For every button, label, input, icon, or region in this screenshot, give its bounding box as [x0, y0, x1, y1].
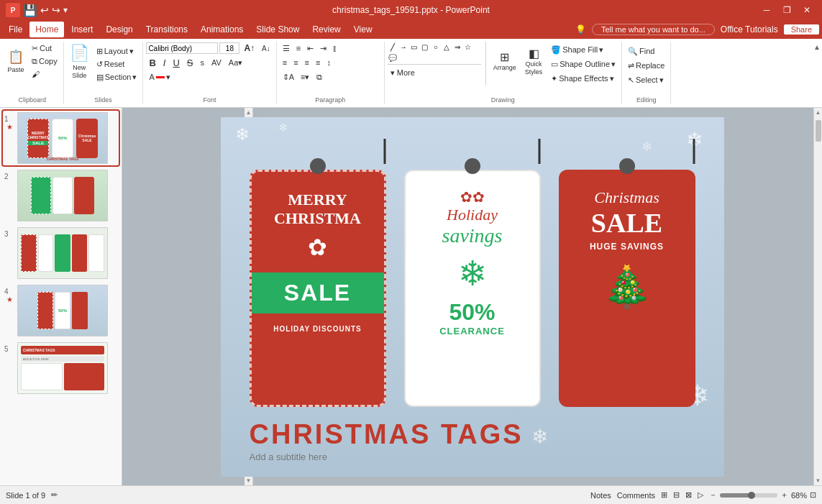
tag-2[interactable]: ✿✿ Holiday savings ❄ 50% CLEARANCE — [404, 139, 541, 407]
strikethrough-button[interactable]: S — [184, 56, 196, 69]
quick-styles-button[interactable]: ◧ QuickStyles — [522, 43, 546, 79]
oval-shape[interactable]: ○ — [431, 42, 441, 52]
cut-button[interactable]: ✂ Cut — [29, 42, 60, 55]
menu-slideshow[interactable]: Slide Show — [250, 22, 305, 37]
zoom-slider[interactable] — [720, 493, 777, 498]
slide-thumb-1[interactable]: 1 ★ MERRY CHRISTMAS SALE 50% Christmas S… — [3, 111, 119, 165]
find-button[interactable]: 🔍 Find — [625, 45, 657, 58]
customize-icon[interactable]: ▾ — [63, 5, 68, 15]
columns-button[interactable]: ⫿ — [330, 42, 340, 55]
replace-button[interactable]: ⇌ Replace — [625, 59, 667, 72]
zoom-out-icon[interactable]: － — [709, 490, 717, 500]
view-normal-icon[interactable]: ⊞ — [661, 490, 667, 500]
tag-1[interactable]: MERRY CHRISTMA ✿ SALE HOLIDAY DISCOUNTS — [250, 139, 386, 407]
close-button[interactable]: ✕ — [798, 3, 816, 17]
copy-button[interactable]: ⧉ Copy — [29, 55, 60, 68]
menu-animations[interactable]: Animations — [195, 22, 249, 37]
slide-thumb-2[interactable]: 2 ★ — [3, 168, 119, 223]
undo-icon[interactable]: ↩ — [40, 4, 49, 16]
slide-thumb-3[interactable]: 3 ★ — [3, 226, 119, 280]
change-case-button[interactable]: Aa▾ — [226, 56, 245, 69]
justify-button[interactable]: ≡ — [313, 56, 323, 69]
shape-effects-button[interactable]: ✦ Shape Effects ▾ — [548, 72, 618, 85]
font-color-button[interactable]: A▾ — [146, 70, 173, 83]
text-direction-button[interactable]: ⇕A — [280, 70, 297, 83]
zoom-in-icon[interactable]: ＋ — [780, 490, 788, 500]
callout-shape[interactable]: 💬 — [388, 52, 398, 63]
tag-3[interactable]: Christmas SALE HUGE SAVINGS 🎄 — [559, 139, 695, 407]
slide-thumb-4[interactable]: 4 ★ 50% — [3, 283, 119, 338]
numbered-list-button[interactable]: ≡ — [293, 42, 303, 55]
section-button[interactable]: ▤ Section ▾ — [93, 70, 140, 83]
slide-canvas[interactable]: ❄ ❄ ❄ ❄ ❄ MERRY CHRISTMA — [221, 117, 724, 477]
menu-home[interactable]: Home — [29, 22, 64, 37]
font-size-down-button[interactable]: A↓ — [259, 42, 273, 55]
triangle-shape[interactable]: △ — [442, 42, 452, 52]
menu-file[interactable]: File — [3, 22, 28, 37]
quick-access-toolbar[interactable]: P 💾 ↩ ↪ ▾ — [6, 3, 68, 17]
menu-view[interactable]: View — [348, 22, 378, 37]
shape-fill-button[interactable]: 🪣 Shape Fill ▾ — [548, 43, 618, 56]
tag2-line1: Holiday — [447, 206, 498, 224]
arrow-shape[interactable]: → — [398, 42, 408, 52]
scroll-down-icon[interactable]: ▼ — [814, 476, 822, 485]
scroll-up-icon[interactable]: ▲ — [814, 108, 822, 117]
view-reading-icon[interactable]: ⊠ — [685, 490, 692, 500]
layout-button[interactable]: ⊞ Layout ▾ — [93, 45, 140, 58]
star-shape[interactable]: ☆ — [463, 42, 473, 52]
notes-button[interactable]: Notes — [590, 491, 611, 500]
font-size-up-button[interactable]: A↑ — [241, 42, 257, 55]
rtarrow-shape[interactable]: ⇒ — [452, 42, 462, 52]
tell-me-input[interactable]: Tell me what you want to do... — [592, 24, 715, 35]
redo-icon[interactable]: ↪ — [52, 4, 60, 16]
right-scrollbar[interactable]: ▲ ▼ — [813, 108, 822, 485]
new-slide-button[interactable]: 📄 NewSlide — [67, 42, 92, 82]
select-button[interactable]: ↖ Select ▾ — [625, 73, 667, 86]
rect-shape[interactable]: ▭ — [409, 42, 419, 52]
bullets-button[interactable]: ☰ — [280, 42, 293, 55]
menu-design[interactable]: Design — [100, 22, 138, 37]
shapes-more-button[interactable]: ▾ More — [388, 66, 418, 79]
paste-button[interactable]: 📋 Paste — [4, 42, 27, 82]
fit-slide-icon[interactable]: ⊡ — [810, 490, 816, 500]
menu-transitions[interactable]: Transitions — [140, 22, 193, 37]
slide-thumb-5[interactable]: 5 ★ CHRISTMAS TAGS ADD A TITLE HERE — [3, 341, 119, 395]
format-painter-button[interactable]: 🖌 — [29, 68, 60, 81]
share-button[interactable]: Share — [784, 24, 819, 35]
decrease-indent-button[interactable]: ⇤ — [304, 42, 316, 55]
shape-outline-button[interactable]: ▭ Shape Outline ▾ — [548, 58, 618, 70]
shapes-gallery[interactable]: ╱ → ▭ ▢ ○ △ ⇒ ☆ 💬 — [388, 42, 481, 63]
menu-review[interactable]: Review — [306, 22, 346, 37]
line-spacing-button[interactable]: ↕ — [324, 56, 334, 69]
increase-indent-button[interactable]: ⇥ — [317, 42, 329, 55]
bold-button[interactable]: B — [146, 56, 158, 69]
font-family-select[interactable]: Calibri (Body) — [146, 42, 218, 54]
shadow-button[interactable]: s — [197, 56, 207, 69]
italic-button[interactable]: I — [160, 56, 169, 69]
minimize-button[interactable]: ─ — [757, 3, 776, 17]
align-text-button[interactable]: ≡▾ — [298, 70, 312, 83]
smartart-button[interactable]: ⧉ — [314, 70, 325, 83]
view-slide-sorter-icon[interactable]: ⊟ — [673, 490, 680, 500]
line-shape[interactable]: ╱ — [388, 42, 398, 52]
align-right-button[interactable]: ≡ — [302, 56, 312, 69]
ribbon-collapse[interactable]: ▲ — [813, 42, 821, 104]
char-spacing-button[interactable]: AV — [209, 56, 224, 69]
align-center-button[interactable]: ≡ — [291, 56, 301, 69]
comments-button[interactable]: Comments — [617, 491, 655, 500]
right-scroll-thumb[interactable] — [816, 120, 821, 142]
restore-button[interactable]: ❐ — [777, 3, 796, 17]
reset-button[interactable]: ↺ Reset — [93, 58, 140, 70]
zoom-control[interactable]: － ＋ 68% ⊡ — [709, 490, 816, 500]
view-slideshow-icon[interactable]: ▷ — [698, 490, 703, 500]
menu-insert[interactable]: Insert — [65, 22, 99, 37]
window-controls[interactable]: ─ ❐ ✕ — [757, 3, 816, 17]
font-size-select[interactable]: 18 — [219, 42, 239, 54]
underline-button[interactable]: U — [170, 56, 182, 69]
slide-main-title: CHRISTMAS TAGS — [250, 419, 524, 449]
align-left-button[interactable]: ≡ — [280, 56, 290, 69]
save-icon[interactable]: 💾 — [23, 4, 37, 17]
office-tutorials-link[interactable]: Office Tutorials — [721, 24, 778, 35]
round-rect-shape[interactable]: ▢ — [420, 42, 430, 52]
arrange-button[interactable]: ⊞ Arrange — [490, 43, 519, 79]
